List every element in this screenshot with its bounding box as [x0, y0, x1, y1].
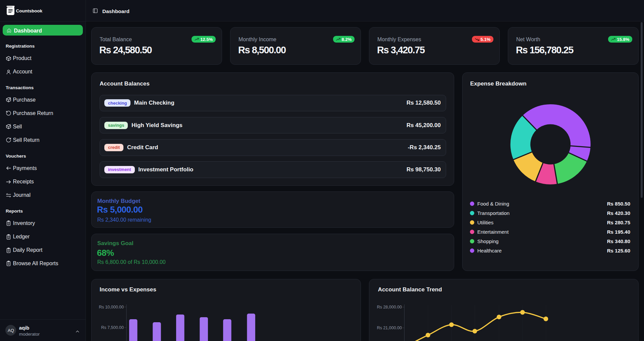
- svg-text:Rs 10,000.00: Rs 10,000.00: [99, 305, 124, 309]
- svg-text:Rs 21,000.00: Rs 21,000.00: [377, 326, 402, 330]
- svg-text:Rs 28,000.00: Rs 28,000.00: [377, 305, 402, 309]
- svg-text:Rs 7,500.00: Rs 7,500.00: [101, 325, 124, 330]
